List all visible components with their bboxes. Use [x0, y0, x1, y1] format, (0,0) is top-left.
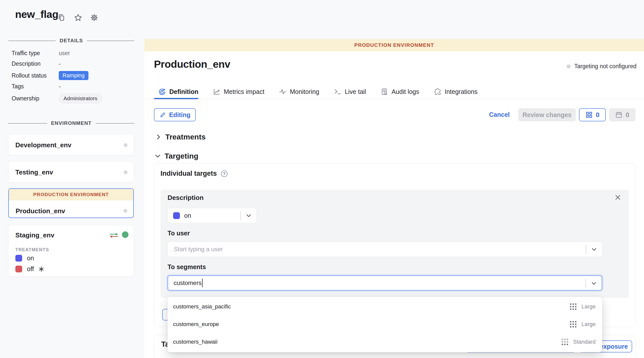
treatment-on-swatch [15, 255, 22, 262]
segment-large-icon [569, 303, 577, 310]
ownership-chip[interactable]: Administrators [59, 94, 102, 103]
description-label: Description [168, 194, 204, 202]
calendar-icon [615, 111, 623, 119]
environment-title: Production_env [154, 58, 230, 70]
environment-section-divider: ENVIRONMENT [8, 120, 134, 126]
svg-text:?: ? [223, 171, 226, 176]
treatment-row-on: on [15, 255, 34, 262]
production-environment-band: PRODUCTION ENVIRONMENT [9, 189, 133, 200]
star-icon[interactable] [74, 13, 83, 22]
chevron-down-icon [245, 212, 252, 219]
detail-row-traffic-type: Traffic type user [12, 50, 134, 57]
segment-large-icon [569, 320, 577, 328]
env-card-production[interactable]: PRODUCTION ENVIRONMENT Production_env [8, 188, 134, 218]
chevron-down-icon [591, 246, 597, 253]
changes-count-button[interactable]: 0 [579, 108, 606, 121]
treatments-label: TREATMENTS [15, 247, 49, 253]
individual-targets-title: Individual targets [160, 170, 217, 177]
treatment-on-swatch [173, 212, 180, 219]
chevron-down-icon [591, 280, 597, 287]
tab-label: Integrations [445, 88, 478, 95]
targeting-status: Targeting not configured [567, 63, 636, 70]
detail-label: Description [12, 60, 59, 67]
detail-value: user [59, 50, 70, 57]
review-changes-button[interactable]: Review changes [518, 108, 576, 121]
active-tab-underline [154, 98, 198, 99]
close-icon[interactable] [614, 194, 622, 201]
segment-name: customers_asia_pacific [173, 303, 231, 310]
editing-label: Editing [169, 111, 190, 119]
env-name: Production_env [16, 207, 65, 215]
status-dot-icon [567, 64, 571, 68]
details-heading: DETAILS [60, 38, 83, 44]
tab-label: Monitoring [290, 88, 319, 95]
env-name: Staging_env [15, 231, 54, 239]
env-card-staging[interactable]: Staging_env TREATMENTS on off [8, 225, 134, 277]
detail-row-ownership: Ownership Administrators [12, 94, 134, 103]
targeting-heading: Targeting [165, 152, 198, 160]
env-name: Testing_env [15, 168, 53, 176]
pulse-icon [279, 88, 286, 95]
env-card-development[interactable]: Development_env [8, 134, 134, 155]
detail-value: - [59, 60, 61, 67]
detail-value: - [59, 83, 61, 90]
tab-definition[interactable]: Definition [158, 88, 198, 96]
detail-label: Rollout status [12, 72, 59, 79]
dropdown-item-segment[interactable]: customers_hawaii Standard [168, 333, 602, 351]
tab-audit-logs[interactable]: Audit logs [381, 88, 419, 95]
tab-integrations[interactable]: Integrations [434, 88, 478, 95]
env-status-dot [123, 209, 127, 213]
editing-button[interactable]: Editing [154, 108, 196, 121]
segment-size: Large [582, 303, 596, 310]
treatment-select-value: on [184, 212, 191, 219]
tab-label: Audit logs [392, 88, 419, 95]
chevron-right-icon [155, 134, 162, 140]
targeting-section-toggle[interactable]: Targeting [155, 152, 198, 160]
segment-standard-icon [561, 338, 569, 346]
env-status-dot [124, 170, 127, 174]
audit-logs-icon [381, 88, 388, 95]
targeting-status-text: Targeting not configured [574, 63, 636, 70]
segment-name: customers_hawaii [173, 339, 217, 345]
treatment-select[interactable]: on [168, 208, 257, 223]
tab-metrics-impact[interactable]: Metrics impact [213, 88, 264, 95]
segments-search-input[interactable]: customers [168, 275, 602, 291]
scheduled-count-button[interactable]: 0 [609, 108, 635, 121]
to-segments-label: To segments [168, 263, 206, 271]
gear-icon[interactable] [90, 13, 99, 22]
env-card-testing[interactable]: Testing_env [8, 161, 134, 183]
dropdown-item-segment[interactable]: customers_asia_pacific Large [168, 298, 602, 315]
dropdown-item-segment[interactable]: customers_europe Large [168, 315, 602, 333]
help-icon[interactable]: ? [221, 170, 228, 177]
user-search-input[interactable]: Start typing a user [168, 242, 602, 257]
env-name: Development_env [15, 141, 72, 149]
treatments-section-toggle[interactable]: Treatments [155, 133, 206, 141]
treatment-off-swatch [15, 266, 22, 272]
segment-name: customers_europe [173, 321, 219, 328]
tab-label: Definition [169, 88, 198, 95]
grid-icon [585, 111, 593, 119]
cancel-link[interactable]: Cancel [489, 111, 510, 118]
tab-live-tail[interactable]: Live tail [334, 88, 366, 95]
user-input-placeholder: Start typing a user [174, 246, 223, 253]
select-divider [240, 211, 241, 220]
changes-count: 0 [596, 111, 599, 119]
page-title: new_flag [15, 9, 58, 20]
detail-row-description: Description - [12, 60, 134, 67]
detail-row-rollout-status: Rollout status Ramping [12, 71, 134, 80]
swap-arrows-icon [109, 232, 119, 239]
text-caret [202, 279, 203, 287]
treatment-name: on [27, 255, 34, 262]
tab-bar-border [144, 99, 644, 99]
definition-icon [158, 88, 166, 96]
copy-icon[interactable] [57, 13, 66, 22]
tab-label: Live tail [345, 88, 366, 95]
tab-label: Metrics impact [224, 88, 264, 95]
env-active-dot [122, 231, 128, 238]
tab-monitoring[interactable]: Monitoring [279, 88, 319, 95]
treatment-row-off: off [15, 265, 44, 273]
env-status-dot [124, 143, 127, 147]
select-divider [586, 245, 586, 254]
segments-dropdown: customers_asia_pacific Large customers_e… [168, 297, 602, 352]
details-section-divider: DETAILS [8, 38, 134, 44]
